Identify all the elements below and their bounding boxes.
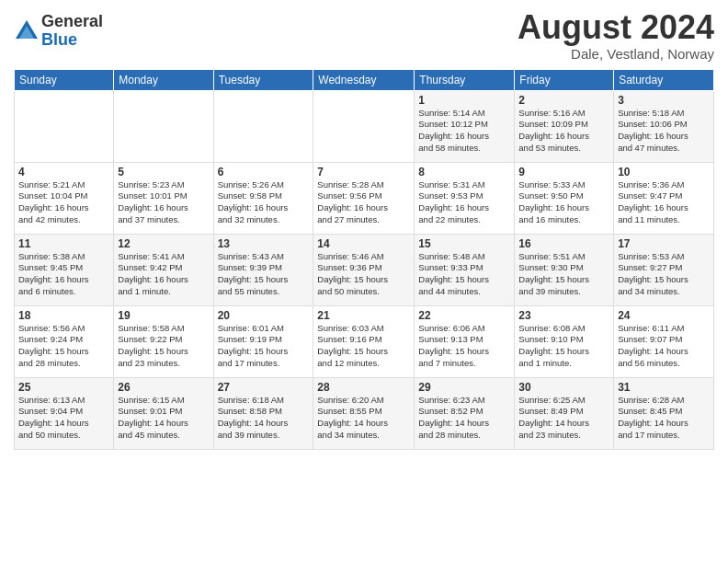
day-number: 3 [618,94,710,107]
calendar-cell: 24Sunrise: 6:11 AM Sunset: 9:07 PM Dayli… [614,305,714,377]
day-number: 13 [218,237,310,250]
calendar-cell [114,90,213,162]
day-info: Sunrise: 5:14 AM Sunset: 10:12 PM Daylig… [418,108,510,155]
day-info: Sunrise: 5:56 AM Sunset: 9:24 PM Dayligh… [18,323,109,370]
day-number: 5 [118,166,209,178]
day-number: 20 [218,309,310,322]
day-info: Sunrise: 6:15 AM Sunset: 9:01 PM Dayligh… [118,395,209,442]
day-info: Sunrise: 6:23 AM Sunset: 8:52 PM Dayligh… [418,395,510,442]
day-info: Sunrise: 5:38 AM Sunset: 9:45 PM Dayligh… [18,251,109,298]
day-number: 4 [18,166,109,178]
day-info: Sunrise: 6:06 AM Sunset: 9:13 PM Dayligh… [418,323,510,370]
header-row: Sunday Monday Tuesday Wednesday Thursday… [15,69,714,90]
day-number: 23 [518,309,609,322]
col-monday: Monday [114,69,213,90]
day-number: 2 [518,94,609,107]
calendar-cell [313,90,415,162]
calendar-cell: 7Sunrise: 5:28 AM Sunset: 9:56 PM Daylig… [313,162,415,234]
day-number: 22 [418,309,510,322]
day-number: 11 [18,237,109,250]
day-number: 26 [118,381,209,394]
day-info: Sunrise: 5:36 AM Sunset: 9:47 PM Dayligh… [618,179,710,226]
col-tuesday: Tuesday [213,69,313,90]
calendar-cell: 31Sunrise: 6:28 AM Sunset: 8:45 PM Dayli… [614,377,714,449]
day-number: 29 [418,381,510,394]
calendar-cell: 21Sunrise: 6:03 AM Sunset: 9:16 PM Dayli… [313,305,415,377]
calendar-week-row: 25Sunrise: 6:13 AM Sunset: 9:04 PM Dayli… [15,377,714,449]
col-wednesday: Wednesday [313,69,415,90]
calendar-cell: 22Sunrise: 6:06 AM Sunset: 9:13 PM Dayli… [415,305,515,377]
calendar-week-row: 4Sunrise: 5:21 AM Sunset: 10:04 PM Dayli… [15,162,714,234]
day-number: 18 [18,309,109,322]
calendar-week-row: 1Sunrise: 5:14 AM Sunset: 10:12 PM Dayli… [15,90,714,162]
logo-blue-text: Blue [41,31,103,50]
calendar-cell: 19Sunrise: 5:58 AM Sunset: 9:22 PM Dayli… [114,305,213,377]
calendar-cell: 9Sunrise: 5:33 AM Sunset: 9:50 PM Daylig… [515,162,614,234]
calendar-cell: 14Sunrise: 5:46 AM Sunset: 9:36 PM Dayli… [313,234,415,305]
calendar-cell: 12Sunrise: 5:41 AM Sunset: 9:42 PM Dayli… [114,234,213,305]
location-subtitle: Dale, Vestland, Norway [518,46,714,62]
day-info: Sunrise: 5:48 AM Sunset: 9:33 PM Dayligh… [418,251,510,298]
calendar-header: Sunday Monday Tuesday Wednesday Thursday… [15,69,714,90]
calendar-table: Sunday Monday Tuesday Wednesday Thursday… [14,69,714,450]
day-number: 8 [418,166,510,178]
logo-general-text: General [41,13,103,31]
calendar-cell: 29Sunrise: 6:23 AM Sunset: 8:52 PM Dayli… [415,377,515,449]
month-year-title: August 2024 [518,9,714,46]
day-number: 16 [518,237,609,250]
day-info: Sunrise: 5:28 AM Sunset: 9:56 PM Dayligh… [317,179,410,226]
calendar-cell: 11Sunrise: 5:38 AM Sunset: 9:45 PM Dayli… [15,234,114,305]
col-sunday: Sunday [15,69,114,90]
day-info: Sunrise: 6:03 AM Sunset: 9:16 PM Dayligh… [317,323,410,370]
day-info: Sunrise: 5:51 AM Sunset: 9:30 PM Dayligh… [518,251,609,298]
calendar-cell: 4Sunrise: 5:21 AM Sunset: 10:04 PM Dayli… [15,162,114,234]
calendar-cell [213,90,313,162]
calendar-cell: 10Sunrise: 5:36 AM Sunset: 9:47 PM Dayli… [614,162,714,234]
day-info: Sunrise: 5:31 AM Sunset: 9:53 PM Dayligh… [418,179,510,226]
day-info: Sunrise: 5:43 AM Sunset: 9:39 PM Dayligh… [218,251,310,298]
day-info: Sunrise: 5:16 AM Sunset: 10:09 PM Daylig… [518,108,609,155]
day-info: Sunrise: 6:11 AM Sunset: 9:07 PM Dayligh… [618,323,710,370]
day-info: Sunrise: 5:53 AM Sunset: 9:27 PM Dayligh… [618,251,710,298]
logo-icon [14,18,40,44]
day-number: 6 [218,166,310,178]
day-number: 10 [618,166,710,178]
calendar-cell: 30Sunrise: 6:25 AM Sunset: 8:49 PM Dayli… [515,377,614,449]
day-number: 1 [418,94,510,107]
calendar-cell: 1Sunrise: 5:14 AM Sunset: 10:12 PM Dayli… [415,90,515,162]
calendar-cell: 20Sunrise: 6:01 AM Sunset: 9:19 PM Dayli… [213,305,313,377]
calendar-cell: 27Sunrise: 6:18 AM Sunset: 8:58 PM Dayli… [213,377,313,449]
logo: General Blue [14,13,103,50]
day-info: Sunrise: 5:21 AM Sunset: 10:04 PM Daylig… [18,179,109,226]
calendar-cell: 16Sunrise: 5:51 AM Sunset: 9:30 PM Dayli… [515,234,614,305]
calendar-cell: 25Sunrise: 6:13 AM Sunset: 9:04 PM Dayli… [15,377,114,449]
day-info: Sunrise: 6:08 AM Sunset: 9:10 PM Dayligh… [518,323,609,370]
day-number: 30 [518,381,609,394]
logo-text: General Blue [41,13,103,50]
day-info: Sunrise: 6:28 AM Sunset: 8:45 PM Dayligh… [618,395,710,442]
calendar-cell: 3Sunrise: 5:18 AM Sunset: 10:06 PM Dayli… [614,90,714,162]
calendar-cell: 5Sunrise: 5:23 AM Sunset: 10:01 PM Dayli… [114,162,213,234]
day-info: Sunrise: 6:20 AM Sunset: 8:55 PM Dayligh… [317,395,410,442]
day-info: Sunrise: 6:01 AM Sunset: 9:19 PM Dayligh… [218,323,310,370]
day-info: Sunrise: 5:46 AM Sunset: 9:36 PM Dayligh… [317,251,410,298]
calendar-cell: 18Sunrise: 5:56 AM Sunset: 9:24 PM Dayli… [15,305,114,377]
day-info: Sunrise: 5:58 AM Sunset: 9:22 PM Dayligh… [118,323,209,370]
col-saturday: Saturday [614,69,714,90]
day-number: 12 [118,237,209,250]
day-number: 21 [317,309,410,322]
day-number: 28 [317,381,410,394]
calendar-cell: 8Sunrise: 5:31 AM Sunset: 9:53 PM Daylig… [415,162,515,234]
day-info: Sunrise: 6:18 AM Sunset: 8:58 PM Dayligh… [218,395,310,442]
day-number: 15 [418,237,510,250]
day-number: 9 [518,166,609,178]
day-number: 17 [618,237,710,250]
page-container: General Blue August 2024 Dale, Vestland,… [0,0,728,454]
calendar-cell: 15Sunrise: 5:48 AM Sunset: 9:33 PM Dayli… [415,234,515,305]
day-number: 31 [618,381,710,394]
calendar-week-row: 18Sunrise: 5:56 AM Sunset: 9:24 PM Dayli… [15,305,714,377]
col-thursday: Thursday [415,69,515,90]
calendar-week-row: 11Sunrise: 5:38 AM Sunset: 9:45 PM Dayli… [15,234,714,305]
day-info: Sunrise: 5:23 AM Sunset: 10:01 PM Daylig… [118,179,209,226]
day-info: Sunrise: 6:13 AM Sunset: 9:04 PM Dayligh… [18,395,109,442]
